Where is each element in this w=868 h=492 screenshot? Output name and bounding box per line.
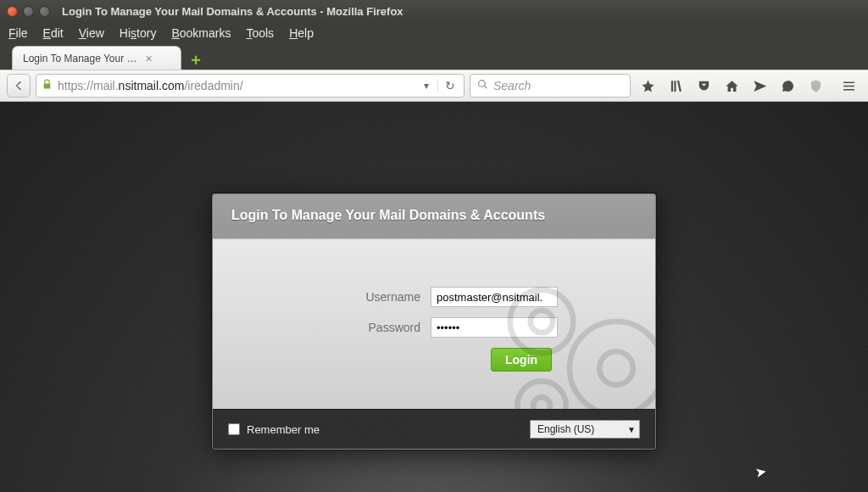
chevron-down-icon: ▼ bbox=[627, 425, 636, 434]
mouse-cursor-icon: ➤ bbox=[754, 463, 767, 481]
bookmark-star-icon[interactable] bbox=[641, 79, 655, 93]
toolbar-icons bbox=[636, 79, 861, 93]
new-tab-button[interactable]: + bbox=[185, 51, 207, 70]
reload-icon[interactable]: ↻ bbox=[437, 79, 459, 92]
search-bar[interactable]: Search bbox=[470, 74, 631, 98]
tab-strip: Login To Manage Your … × + bbox=[0, 44, 868, 70]
menu-view[interactable]: View bbox=[79, 26, 104, 40]
home-icon[interactable] bbox=[725, 79, 739, 93]
login-heading: Login To Manage Your Mail Domains & Acco… bbox=[213, 194, 655, 239]
tab-close-icon[interactable]: × bbox=[146, 52, 153, 65]
remember-me-checkbox[interactable] bbox=[228, 423, 240, 435]
url-text: https://mail.nsitmail.com/iredadmin/ bbox=[58, 79, 415, 92]
menu-history[interactable]: History bbox=[120, 26, 157, 40]
login-form: Username Password Login bbox=[213, 239, 655, 409]
page-content: Login To Manage Your Mail Domains & Acco… bbox=[0, 102, 868, 492]
arrow-left-icon bbox=[12, 79, 25, 92]
pocket-icon[interactable] bbox=[697, 79, 711, 93]
send-icon[interactable] bbox=[753, 79, 767, 93]
language-value: English (US) bbox=[537, 423, 594, 435]
tab-title: Login To Manage Your … bbox=[23, 53, 137, 64]
password-label: Password bbox=[310, 321, 420, 334]
menubar: File Edit View History Bookmarks Tools H… bbox=[0, 22, 868, 44]
tab-active[interactable]: Login To Manage Your … × bbox=[12, 46, 181, 70]
window-titlebar: Login To Manage Your Mail Domains & Acco… bbox=[0, 0, 868, 22]
username-input[interactable] bbox=[431, 287, 558, 307]
window-title: Login To Manage Your Mail Domains & Acco… bbox=[62, 5, 403, 18]
svg-point-5 bbox=[533, 397, 550, 409]
remember-me-label: Remember me bbox=[247, 423, 320, 436]
window-minimize-button[interactable] bbox=[23, 6, 34, 17]
navigation-toolbar: https://mail.nsitmail.com/iredadmin/ ▾ ↻… bbox=[0, 70, 868, 102]
url-history-dropdown-icon[interactable]: ▾ bbox=[420, 80, 432, 92]
password-input[interactable] bbox=[431, 317, 558, 338]
chat-icon[interactable] bbox=[781, 79, 795, 93]
back-button[interactable] bbox=[7, 74, 31, 98]
username-label: Username bbox=[310, 290, 420, 304]
menu-help[interactable]: Help bbox=[289, 26, 314, 40]
lock-icon bbox=[42, 79, 53, 92]
menu-icon[interactable] bbox=[842, 79, 856, 93]
url-bar[interactable]: https://mail.nsitmail.com/iredadmin/ ▾ ↻ bbox=[36, 74, 465, 98]
language-select[interactable]: English (US) ▼ bbox=[530, 420, 640, 439]
library-icon[interactable] bbox=[669, 79, 683, 93]
menu-file[interactable]: File bbox=[8, 26, 28, 40]
search-icon bbox=[477, 79, 488, 92]
menu-tools[interactable]: Tools bbox=[246, 26, 274, 40]
login-panel: Login To Manage Your Mail Domains & Acco… bbox=[212, 193, 656, 450]
search-placeholder: Search bbox=[493, 79, 531, 92]
login-footer: Remember me English (US) ▼ bbox=[213, 409, 655, 449]
shield-icon[interactable] bbox=[809, 79, 823, 93]
menu-bookmarks[interactable]: Bookmarks bbox=[171, 26, 231, 40]
menu-edit[interactable]: Edit bbox=[43, 26, 64, 40]
window-close-button[interactable] bbox=[7, 6, 18, 17]
remember-me[interactable]: Remember me bbox=[228, 423, 320, 436]
login-button[interactable]: Login bbox=[491, 348, 552, 372]
window-maximize-button[interactable] bbox=[39, 6, 50, 17]
svg-point-4 bbox=[517, 381, 565, 409]
